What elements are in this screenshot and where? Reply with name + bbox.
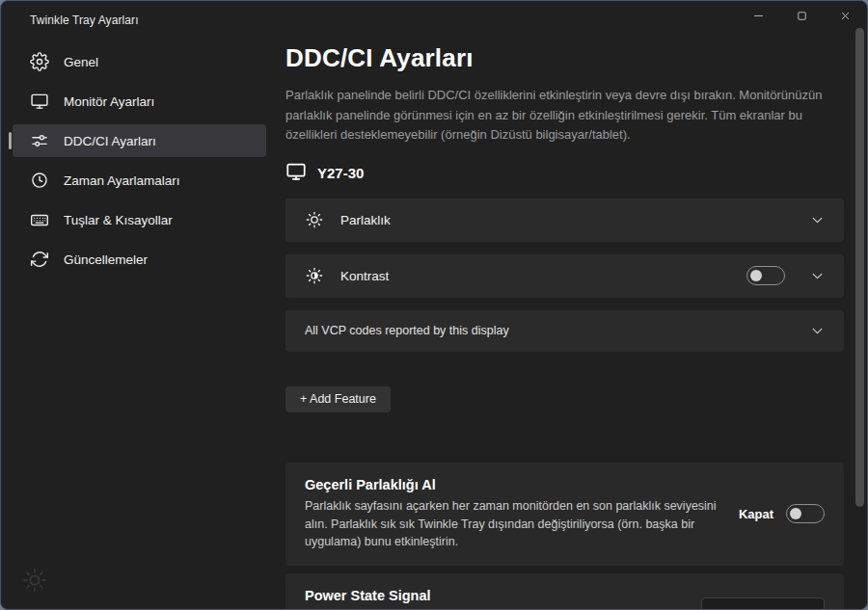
power-state-select[interactable]: Power off (5): [701, 597, 825, 610]
sidebar-item-ddcci-settings[interactable]: DDC/CI Ayarları: [13, 124, 266, 157]
keyboard-icon: [30, 210, 49, 229]
section-description: Parlaklık sayfasını açarken her zaman mo…: [305, 497, 723, 551]
brightness-icon: [305, 210, 324, 229]
contrast-toggle[interactable]: [746, 266, 785, 285]
settings-sections: Geçerli Parlaklığı Al Parlaklık sayfasın…: [285, 463, 844, 610]
gear-icon: [30, 52, 49, 71]
contrast-icon: [305, 266, 324, 285]
titlebar: Twinkle Tray Ayarları: [1, 1, 867, 40]
maximize-icon: [795, 9, 809, 27]
maximize-button[interactable]: [780, 1, 824, 34]
sidebar-item-general[interactable]: Genel: [13, 45, 266, 78]
app-window: Twinkle Tray Ayarları Genel: [0, 0, 868, 610]
close-icon: [838, 9, 853, 27]
chevron-down-icon[interactable]: [810, 213, 825, 227]
sidebar-item-label: Monitör Ayarları: [64, 94, 154, 109]
toggle-state-label: Kapat: [739, 507, 773, 521]
sidebar-item-time-adjustments[interactable]: Zaman Ayarlamaları: [13, 164, 266, 197]
section-text: Power State Signal When sending the DDC/…: [305, 588, 686, 610]
section-control: Power off (5): [701, 597, 825, 610]
window-title: Twinkle Tray Ayarları: [30, 13, 139, 27]
sidebar-item-label: Tuşlar & Kısayollar: [64, 213, 173, 227]
get-brightness-toggle[interactable]: [786, 504, 825, 523]
toggle-knob: [750, 270, 762, 281]
main-content: DDC/CI Ayarları Parlaklık panelinde beli…: [278, 40, 867, 609]
sidebar: Genel Monitör Ayarları DDC/CI Ayarları Z…: [1, 40, 278, 609]
feature-label: Kontrast: [340, 269, 389, 283]
app-logo-watermark-icon: [21, 567, 48, 594]
page-title: DDC/CI Ayarları: [285, 43, 844, 73]
sidebar-item-updates[interactable]: Güncellemeler: [13, 243, 266, 276]
feature-list: Parlaklık Kontrast All VCP: [285, 199, 844, 352]
sidebar-item-label: Güncellemeler: [64, 252, 148, 267]
feature-row-all-vcp-codes[interactable]: All VCP codes reported by this display: [285, 310, 844, 352]
sidebar-item-monitor-settings[interactable]: Monitör Ayarları: [13, 85, 266, 118]
feature-label: Parlaklık: [340, 213, 391, 227]
sliders-icon: [30, 131, 49, 150]
sidebar-item-label: Genel: [64, 55, 98, 69]
monitor-icon: [30, 92, 49, 111]
page-description: Parlaklık panelinde belirli DDC/CI özell…: [285, 86, 844, 146]
refresh-icon: [30, 250, 49, 269]
minimize-button[interactable]: [737, 1, 780, 34]
sidebar-item-label: DDC/CI Ayarları: [64, 134, 156, 148]
minimize-icon: [751, 9, 766, 27]
feature-row-brightness[interactable]: Parlaklık: [285, 199, 844, 242]
toggle-knob: [790, 508, 801, 519]
add-feature-button[interactable]: + Add Feature: [285, 386, 391, 412]
scrollbar-thumb[interactable]: [855, 28, 864, 507]
section-text: Geçerli Parlaklığı Al Parlaklık sayfasın…: [305, 477, 723, 551]
chevron-down-icon[interactable]: [810, 324, 825, 338]
device-row: Y27-30: [285, 161, 844, 186]
monitor-icon: [285, 161, 307, 186]
clock-icon: [30, 171, 49, 190]
section-get-current-brightness: Geçerli Parlaklığı Al Parlaklık sayfasın…: [285, 463, 844, 566]
feature-row-contrast[interactable]: Kontrast: [285, 254, 844, 298]
feature-label: All VCP codes reported by this display: [305, 324, 509, 337]
section-power-state-signal: Power State Signal When sending the DDC/…: [285, 573, 844, 610]
sidebar-item-label: Zaman Ayarlamaları: [64, 173, 180, 188]
section-control: Kapat: [739, 504, 825, 523]
sidebar-item-hotkeys[interactable]: Tuşlar & Kısayollar: [13, 203, 266, 236]
section-title: Geçerli Parlaklığı Al: [305, 477, 723, 492]
window-controls: [737, 1, 867, 34]
device-name: Y27-30: [317, 165, 364, 181]
chevron-down-icon[interactable]: [810, 269, 825, 283]
section-title: Power State Signal: [305, 588, 686, 603]
